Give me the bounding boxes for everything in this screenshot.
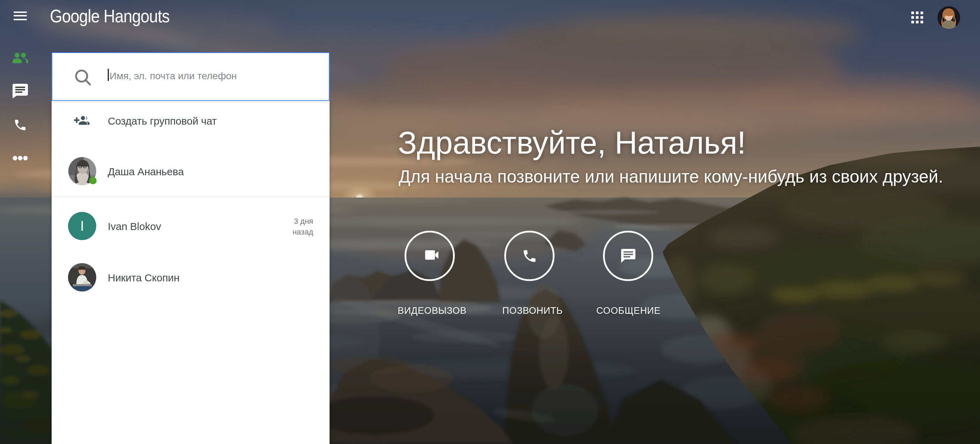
svg-text:I: I: [80, 218, 84, 233]
